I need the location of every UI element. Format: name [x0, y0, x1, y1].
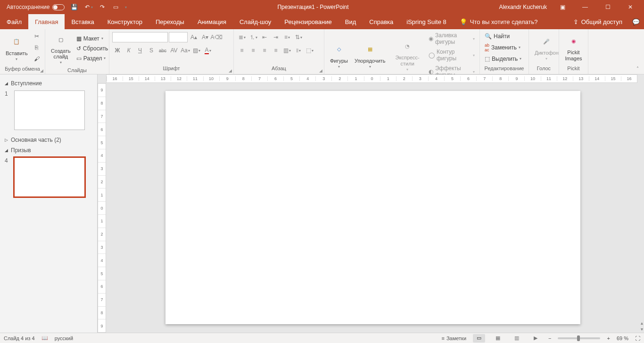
user-name[interactable]: Alexandr Kucheruk [499, 4, 547, 10]
layout-button[interactable]: ▦Макет▾ [74, 34, 110, 43]
replace-button[interactable]: abacЗаменить▾ [483, 42, 523, 53]
minimize-icon[interactable]: — [578, 0, 592, 14]
columns-button[interactable]: ▥▾ [282, 45, 292, 56]
reset-button[interactable]: ↺Сбросить [74, 44, 110, 53]
tab-design[interactable]: Конструктор [101, 14, 149, 29]
redo-icon[interactable]: ↷ [99, 3, 106, 11]
line-spacing-button[interactable]: ≡▾ [282, 32, 292, 42]
zoom-slider[interactable] [558, 337, 600, 339]
bullets-button[interactable]: ≣▾ [237, 32, 247, 42]
align-right-button[interactable]: ≡ [259, 45, 270, 56]
close-icon[interactable]: ✕ [623, 0, 637, 14]
copy-button[interactable]: ⎘ [32, 42, 42, 53]
tell-me-search[interactable]: 💡 Что вы хотите сделать? [453, 14, 545, 29]
shape-outline-button[interactable]: ◯Контур фигуры▾ [427, 48, 477, 63]
slide-canvas[interactable] [165, 91, 580, 324]
shape-fill-button[interactable]: ◉Заливка фигуры▾ [427, 31, 477, 46]
text-shadow-button[interactable]: S [146, 45, 157, 56]
dictate-button[interactable]: 🎤 Диктофон▾ [532, 33, 561, 62]
share-button[interactable]: ⇪ Общий доступ [568, 14, 628, 29]
justify-button[interactable]: ≡ [271, 45, 281, 56]
shapes-button[interactable]: ◇ Фигуры▾ [327, 41, 351, 70]
scroll-down-icon[interactable]: ▾ [641, 327, 643, 332]
undo-icon[interactable]: ↶ [83, 3, 91, 11]
slideshow-view-button[interactable]: ▶ [529, 334, 542, 343]
new-slide-button[interactable]: ▢ Создать слайд ▾ [48, 31, 74, 65]
vertical-ruler[interactable]: 9876543210123456789 [98, 83, 106, 333]
reading-view-button[interactable]: ▥ [511, 334, 523, 343]
pickit-button[interactable]: ◉ Pickit Images [562, 33, 585, 62]
ribbon-display-options-icon[interactable]: ▣ [555, 0, 570, 14]
section-header-2[interactable]: ▷ Основная часть (2) [5, 135, 92, 145]
autosave-toggle[interactable]: Автосохранение [7, 4, 65, 10]
tab-ispring[interactable]: iSpring Suite 8 [400, 14, 453, 29]
section-button[interactable]: ▭Раздел▾ [74, 54, 110, 63]
highlight-button[interactable]: ▨▾ [191, 45, 202, 56]
smartart-button[interactable]: ⬚▾ [305, 45, 315, 56]
font-color-button[interactable]: A▾ [203, 45, 213, 56]
effects-icon: ◐ [429, 68, 433, 75]
font-launcher-icon[interactable]: ◢ [229, 68, 232, 73]
collapse-ribbon-icon[interactable]: ˄ [636, 66, 642, 72]
increase-indent-button[interactable]: ⇥ [271, 32, 281, 42]
bold-button[interactable]: Ж [112, 45, 123, 56]
slide-thumbnail-1[interactable] [14, 90, 85, 130]
tab-transitions[interactable]: Переходы [149, 14, 191, 29]
align-text-button[interactable]: ⫴▾ [293, 45, 304, 56]
change-case-button[interactable]: Aa▾ [180, 45, 190, 56]
tab-slideshow[interactable]: Слайд-шоу [233, 14, 278, 29]
text-direction-button[interactable]: ⇅▾ [293, 32, 304, 42]
italic-button[interactable]: К [124, 45, 134, 56]
quick-styles-button[interactable]: ◔ Экспресс-стили▾ [389, 38, 426, 72]
increase-font-button[interactable]: A▴ [189, 32, 199, 42]
spell-check-icon[interactable]: 📖 [41, 335, 48, 341]
paste-button[interactable]: 📋 Вставить ▾ [3, 33, 31, 62]
paragraph-launcher-icon[interactable]: ◢ [319, 68, 322, 73]
start-from-beginning-icon[interactable]: ▭ [112, 3, 119, 11]
undo-dropdown-icon[interactable]: ▾ [91, 5, 93, 9]
language-button[interactable]: русский [55, 335, 73, 341]
clipboard-launcher-icon[interactable]: ◢ [40, 68, 43, 73]
clear-formatting-button[interactable]: A⌫ [211, 32, 222, 42]
tab-view[interactable]: Вид [339, 14, 363, 29]
align-center-button[interactable]: ≡ [248, 45, 258, 56]
section-header-1[interactable]: ◢ Вступление [5, 78, 92, 89]
tab-review[interactable]: Рецензирование [278, 14, 338, 29]
tab-file[interactable]: Файл [0, 14, 28, 29]
slide-thumbnails-panel[interactable]: ◢ Вступление 1 ▷ Основная часть (2) ◢ Пр… [0, 74, 98, 333]
find-button[interactable]: 🔍Найти [483, 32, 523, 41]
scroll-up-icon[interactable]: ▴ [641, 320, 643, 326]
zoom-in-button[interactable]: + [607, 335, 610, 341]
strikethrough-button[interactable]: abc [157, 45, 168, 56]
section-header-3[interactable]: ◢ Призыв [5, 145, 92, 155]
tab-insert[interactable]: Вставка [65, 14, 100, 29]
slide-position[interactable]: Слайд 4 из 4 [4, 335, 35, 341]
select-button[interactable]: ⬚Выделить▾ [483, 55, 523, 63]
tab-animations[interactable]: Анимация [191, 14, 233, 29]
fit-to-window-button[interactable]: ⛶ [635, 335, 640, 341]
notes-button[interactable]: ≡ Заметки [442, 335, 467, 341]
decrease-indent-button[interactable]: ⇤ [259, 32, 270, 42]
tab-home[interactable]: Главная [28, 14, 65, 29]
maximize-icon[interactable]: ☐ [601, 0, 615, 14]
numbering-button[interactable]: ⒈▾ [248, 32, 258, 42]
decrease-font-button[interactable]: A▾ [200, 32, 210, 42]
layout-icon: ▦ [76, 35, 82, 42]
slide-thumbnail-4[interactable] [14, 157, 85, 197]
cut-button[interactable]: ✂ [32, 31, 42, 41]
slide-sorter-button[interactable]: ▦ [492, 334, 504, 343]
char-spacing-button[interactable]: AV [169, 45, 179, 56]
zoom-out-button[interactable]: − [548, 335, 551, 341]
align-left-button[interactable]: ≡ [237, 45, 247, 56]
normal-view-button[interactable]: ▭ [473, 334, 485, 343]
arrange-button[interactable]: ▦ Упорядочить▾ [352, 41, 388, 70]
font-size-input[interactable] [169, 32, 188, 42]
tab-help[interactable]: Справка [363, 14, 400, 29]
save-icon[interactable]: 💾 [70, 3, 78, 11]
zoom-level[interactable]: 69 % [617, 335, 628, 341]
horizontal-ruler[interactable]: 1615141312111098765432101234567891011121… [106, 74, 637, 83]
underline-button[interactable]: Ч [135, 45, 145, 56]
font-name-input[interactable] [112, 32, 168, 42]
format-painter-button[interactable]: 🖌 [32, 54, 42, 64]
comments-button[interactable]: 💬 [628, 14, 644, 29]
